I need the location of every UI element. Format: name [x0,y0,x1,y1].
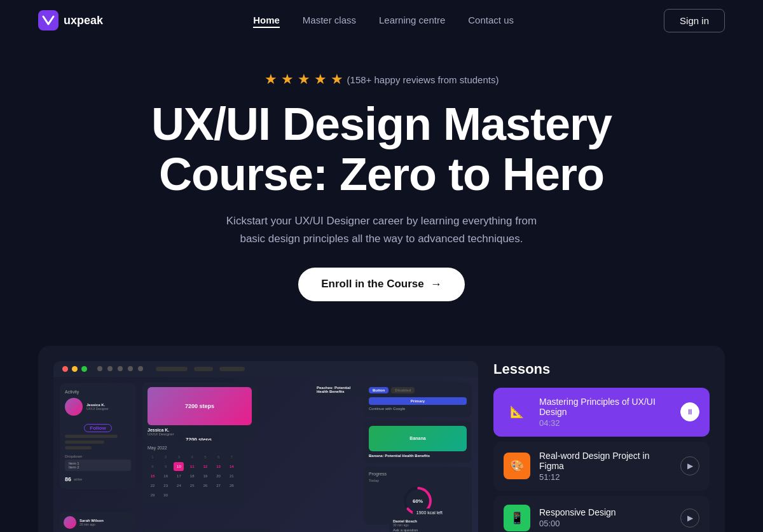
lesson-thumb-1: 🎨 [504,453,530,479]
navbar: uxpeak Home Master class Learning centre… [0,0,763,41]
signin-button[interactable]: Sign in [664,9,725,32]
hero-title-line2: Course: Zero to Hero [159,149,604,200]
nav-links: Home Master class Learning centre Contac… [253,15,514,26]
ui-left-panel: Activity Jessica K. UX/UI Designer Follo… [60,383,136,489]
lessons-title: Lessons [493,361,710,378]
hero-subtitle: Kickstart your UX/UI Designer career by … [216,212,547,247]
ui-food-card: Banana Banana: Potential Health Benefits [364,421,472,463]
lessons-panel: Lessons 📐 Mastering Principles of UX/UI … [493,361,710,532]
lesson-thumb-2: 📱 [504,505,530,531]
video-player: Activity Jessica K. UX/UI Designer Follo… [53,361,478,532]
lesson-info-1: Real-word Design Project in Figma 51:12 [539,451,671,482]
ui-chat-bubble: Daniel Bosch 30 min ago Ask a question [389,515,472,532]
lesson-play-1[interactable]: ▶ [680,456,699,475]
lesson-info-0: Mastering Principles of UX/UI Design 04:… [539,397,671,428]
ui-right-panel: Button Disabled Primary Continue with Go… [364,382,472,524]
window-dot-yellow [72,366,78,372]
lesson-duration-0: 04:32 [539,418,671,428]
svg-rect-0 [38,10,58,31]
logo[interactable]: uxpeak [38,10,103,31]
star-3: ★ [298,71,310,88]
arrow-icon: → [430,278,442,291]
video-screen: Activity Jessica K. UX/UI Designer Follo… [53,377,478,532]
window-dot-red [62,366,68,372]
hero-title-line1: UX/UI Design Mastery [151,99,612,149]
nav-masterclass[interactable]: Master class [303,15,356,25]
lesson-duration-1: 51:12 [539,472,671,482]
star-4: ★ [314,71,327,88]
lesson-name-0: Mastering Principles of UX/UI Design [539,397,671,417]
lesson-play-2[interactable]: ▶ [680,508,699,528]
lesson-item-2[interactable]: 📱 Responsive Design 05:00 ▶ [493,496,710,532]
review-count: (158+ happy reviews from students) [347,74,499,85]
profile-img: 7200 steps [148,387,252,425]
lesson-name-2: Responsive Design [539,507,671,517]
left-panel-title: Activity [65,390,131,394]
lesson-name-1: Real-word Design Project in Figma [539,451,671,471]
star-rating: ★ ★ ★ ★ ★ (158+ happy reviews from stude… [38,71,725,88]
enroll-button[interactable]: Enroll in the Course → [298,268,465,301]
ui-dashboard-card: Dashboard CARBSPROTEINFAT 216g left+13g … [142,529,270,532]
ui-button-card: Button Disabled Primary Continue with Go… [364,382,472,417]
hero-title: UX/UI Design Mastery Course: Zero to Her… [38,99,725,200]
lesson-play-0[interactable]: ⏸ [680,402,699,421]
lesson-thumb-0: 📐 [504,399,530,425]
nav-learning[interactable]: Learning centre [379,15,445,25]
ui-notification: Sarah Wilson 20 min ago [60,512,136,532]
nav-dots [95,366,143,371]
nav-home[interactable]: Home [253,15,280,28]
lesson-item-1[interactable]: 🎨 Real-word Design Project in Figma 51:1… [493,442,710,491]
brand-name: uxpeak [64,14,103,27]
lesson-info-2: Responsive Design 05:00 [539,507,671,528]
lesson-duration-2: 05:00 [539,519,671,528]
course-preview: Activity Jessica K. UX/UI Designer Follo… [38,346,725,532]
nav-contact[interactable]: Contact us [468,15,514,25]
ui-calories: 1900 kcal left [413,508,446,517]
star-2: ★ [281,71,294,88]
hero-section: ★ ★ ★ ★ ★ (158+ happy reviews from stude… [0,41,763,327]
enroll-label: Enroll in the Course [321,278,424,290]
svg-text:60%: 60% [413,498,423,504]
lessons-list: 📐 Mastering Principles of UX/UI Design 0… [493,388,710,532]
video-header [53,361,478,377]
calendar-grid: 1 2 3 4 5 6 7 8 9 10 11 12 13 14 15 16 1 [148,453,239,500]
window-dot-green [81,366,87,372]
ui-center-card: 7200 steps Jessica K. UX/UI Designer [142,382,257,441]
star-1: ★ [265,71,277,88]
ui-calendar: May 2022 1 2 3 4 5 6 7 8 9 10 11 12 13 1… [142,440,244,505]
lesson-item-0[interactable]: 📐 Mastering Principles of UX/UI Design 0… [493,388,710,437]
star-5: ★ [331,71,343,88]
ui-peaches-card: Peaches: Potential Health Benefits [313,382,364,397]
